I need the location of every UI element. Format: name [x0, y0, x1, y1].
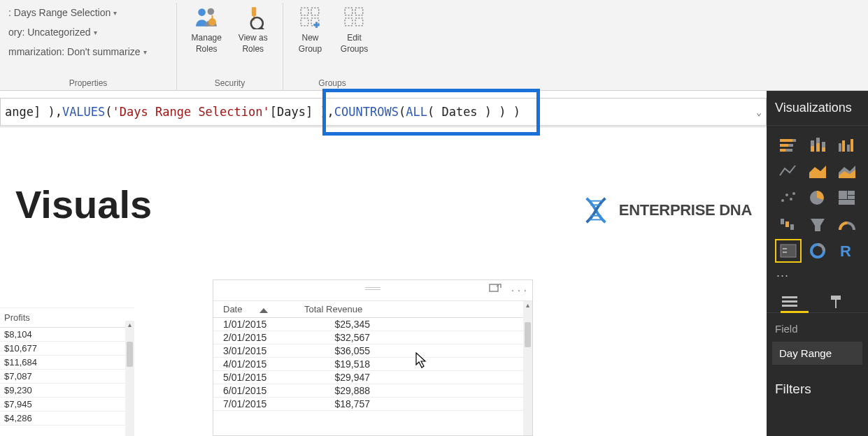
scatter-chart-icon[interactable]	[776, 187, 800, 208]
new-group-icon	[299, 6, 322, 29]
formula-bar[interactable]: ange] ), VALUES ( 'Days Range Selection'…	[0, 98, 767, 126]
field-well-day-range[interactable]: Day Range	[772, 342, 862, 365]
table-row[interactable]: 4/01/2015$19,518	[213, 358, 532, 371]
svg-point-42	[792, 192, 795, 195]
svg-point-39	[781, 199, 784, 202]
stacked-column-chart-icon[interactable]	[806, 134, 830, 155]
manage-roles-button[interactable]: Manage Roles	[185, 4, 228, 56]
list-item[interactable]: $7,087	[0, 370, 134, 384]
donut-chart-icon[interactable]	[806, 240, 830, 261]
svg-rect-49	[785, 221, 789, 227]
groups-group: New Group Edit Groups Groups	[283, 3, 381, 91]
table-body: 1/01/2015$25,3452/01/2015$32,5673/01/201…	[213, 318, 532, 411]
svg-point-41	[790, 198, 792, 201]
svg-rect-34	[822, 147, 825, 152]
list-item[interactable]: $9,230	[0, 384, 134, 398]
stacked-area-chart-icon[interactable]	[835, 161, 859, 182]
fields-tab[interactable]	[781, 294, 799, 310]
formula-text: ALL	[406, 105, 427, 119]
svg-text:R: R	[840, 242, 851, 259]
table-row[interactable]: 6/01/2015$29,888	[213, 384, 532, 398]
area-chart-icon[interactable]	[806, 161, 830, 182]
date-column-header[interactable]: Date	[213, 304, 304, 314]
page-title: Visuals	[15, 182, 152, 227]
dna-icon	[580, 194, 612, 226]
date-cell: 1/01/2015	[213, 319, 304, 330]
view-as-roles-button[interactable]: View as Roles	[232, 4, 275, 56]
svg-rect-52	[783, 248, 787, 249]
waterfall-chart-icon[interactable]	[776, 214, 800, 235]
table-row[interactable]: 7/01/2015$18,757	[213, 398, 532, 411]
summarization-property[interactable]: mmarization: Don't summarize	[8, 42, 168, 61]
revenue-table-visual[interactable]: · · · Date Total Revenue 1/01/2015$25,34…	[213, 279, 533, 436]
more-visuals-button[interactable]: ...	[767, 266, 868, 287]
table-headers: Date Total Revenue	[213, 301, 532, 318]
focus-mode-icon[interactable]	[489, 284, 501, 298]
stacked-bar-chart-icon[interactable]	[776, 134, 800, 155]
more-options-icon[interactable]: · · ·	[511, 284, 527, 297]
svg-rect-15	[355, 8, 363, 15]
scroll-up-icon[interactable]: ▴	[125, 321, 134, 330]
svg-rect-27	[780, 149, 785, 152]
profits-header[interactable]: Profits	[0, 308, 134, 328]
expand-formula-icon[interactable]: ⌄	[756, 106, 762, 117]
svg-rect-9	[311, 8, 319, 15]
svg-rect-45	[848, 191, 855, 195]
list-item[interactable]: $11,684	[0, 356, 134, 370]
filters-title: Filters	[767, 365, 868, 407]
visualizations-panel: Visualizations	[767, 91, 868, 436]
table-row[interactable]: 1/01/2015$25,345	[213, 318, 532, 331]
svg-rect-28	[785, 149, 792, 152]
revenue-cell: $25,345	[304, 319, 416, 330]
scrollbar-thumb[interactable]	[525, 322, 531, 347]
ribbon: : Days Range Selection ory: Uncategorize…	[0, 0, 868, 91]
formula-bar-wrapper: ange] ), VALUES ( 'Days Range Selection'…	[0, 96, 767, 127]
edit-groups-button[interactable]: Edit Groups	[336, 4, 373, 56]
funnel-chart-icon[interactable]	[806, 214, 830, 235]
formula-text: ( Dates ) ) )	[427, 105, 520, 119]
svg-point-40	[785, 194, 788, 196]
revenue-column-header[interactable]: Total Revenue	[304, 304, 416, 314]
list-item[interactable]: $10,677	[0, 342, 134, 356]
table-row[interactable]: 5/01/2015$29,947	[213, 371, 532, 384]
list-item[interactable]: $7,945	[0, 398, 134, 412]
column-name-property[interactable]: : Days Range Selection	[8, 3, 168, 22]
date-cell: 6/01/2015	[213, 385, 304, 396]
scrollbar-thumb[interactable]	[127, 342, 133, 367]
svg-rect-36	[842, 140, 845, 152]
edit-groups-label: Edit Groups	[341, 32, 368, 54]
list-item[interactable]: $4,286	[0, 412, 134, 426]
date-cell: 4/01/2015	[213, 358, 304, 370]
svg-rect-35	[839, 143, 841, 152]
formula-text: ange] ),	[5, 105, 62, 119]
gauge-chart-icon[interactable]	[835, 214, 859, 235]
format-tab[interactable]	[827, 294, 845, 310]
brand-logo: ENTERPRISE DNA	[580, 194, 752, 226]
svg-rect-30	[811, 146, 814, 152]
table-scrollbar[interactable]: ▴	[523, 301, 532, 435]
data-category-property[interactable]: ory: Uncategorized	[8, 22, 168, 42]
security-group-label: Security	[185, 75, 274, 88]
new-group-button[interactable]: New Group	[292, 4, 329, 56]
profits-scrollbar[interactable]: ▴	[125, 321, 134, 436]
treemap-icon[interactable]	[835, 187, 859, 208]
line-chart-icon[interactable]	[776, 161, 800, 182]
new-group-label: New Group	[299, 32, 322, 54]
date-cell: 7/01/2015	[213, 398, 304, 409]
svg-rect-10	[301, 18, 308, 26]
svg-line-7	[260, 27, 264, 29]
slicer-visual-icon[interactable]	[776, 240, 800, 261]
table-row[interactable]: 3/01/2015$36,055	[213, 344, 532, 358]
revenue-cell: $32,567	[304, 332, 416, 343]
grip-icon[interactable]	[365, 287, 380, 291]
format-tab-icon	[827, 294, 845, 310]
scroll-up-icon[interactable]: ▴	[523, 301, 532, 311]
clustered-column-chart-icon[interactable]	[835, 134, 859, 155]
profits-visual[interactable]: Profits $8,104$10,677$11,684$7,087$9,230…	[0, 307, 134, 436]
visual-title-bar: · · ·	[213, 280, 532, 301]
list-item[interactable]: $8,104	[0, 328, 134, 342]
pie-chart-icon[interactable]	[806, 187, 830, 208]
table-row[interactable]: 2/01/2015$32,567	[213, 331, 532, 344]
mouse-cursor-icon	[415, 352, 428, 369]
r-visual-icon[interactable]: R	[835, 240, 859, 261]
